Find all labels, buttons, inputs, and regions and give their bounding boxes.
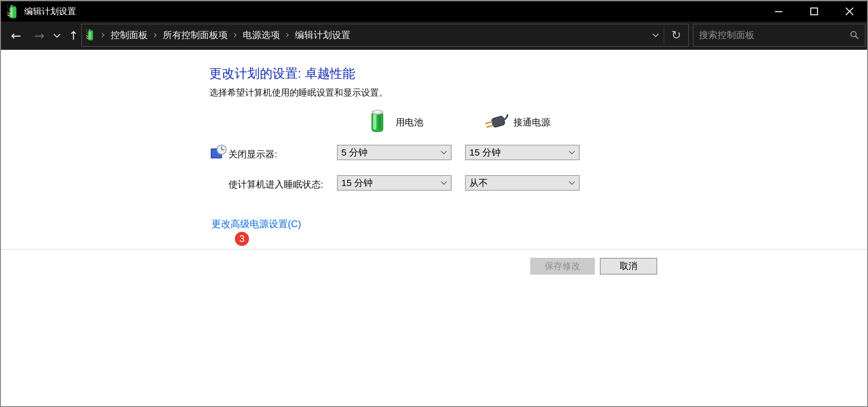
minimize-icon <box>774 6 784 16</box>
address-bar[interactable]: › 控制面板 › 所有控制面板项 › 电源选项 › 编辑计划设置 ↻ <box>81 24 689 47</box>
breadcrumb-separator: › <box>285 28 290 41</box>
navigation-bar: ← → ↑ › 控制面板 › 所有控制面板项 › 电源选项 › 编辑 <box>1 22 867 50</box>
cancel-button[interactable]: 取消 <box>600 258 657 274</box>
recent-pages-chevron-button[interactable] <box>50 22 64 50</box>
breadcrumb-power-options[interactable]: 电源选项 <box>243 29 280 41</box>
back-button[interactable]: ← <box>6 22 26 50</box>
refresh-button[interactable]: ↻ <box>664 24 688 46</box>
turn-off-display-label: 关闭显示器: <box>228 148 277 161</box>
close-button[interactable] <box>832 1 867 22</box>
address-dropdown-button[interactable] <box>648 24 663 46</box>
battery-icon <box>369 109 386 135</box>
display-clock-icon <box>211 144 227 161</box>
sleep-label: 使计算机进入睡眠状态: <box>228 178 323 191</box>
title-bar: 编辑计划设置 <box>1 1 867 22</box>
footer-divider <box>1 249 867 249</box>
chevron-down-icon <box>440 181 447 185</box>
edit-plan-settings-window: 编辑计划设置 ← → ↑ <box>0 0 868 407</box>
breadcrumb-separator: › <box>153 28 158 41</box>
page-content: 更改计划的设置: 卓越性能 选择希望计算机使用的睡眠设置和显示设置。 用电池 <box>1 50 867 406</box>
on-battery-column-label: 用电池 <box>396 116 423 129</box>
save-changes-button[interactable]: 保存修改 <box>530 258 595 274</box>
search-icon <box>849 30 859 40</box>
plug-icon <box>483 112 511 133</box>
breadcrumb-all-items[interactable]: 所有控制面板项 <box>163 29 227 41</box>
maximize-icon <box>809 6 819 16</box>
caption-buttons <box>761 1 867 22</box>
breadcrumb-control-panel[interactable]: 控制面板 <box>111 29 148 41</box>
location-battery-icon <box>86 28 95 43</box>
chevron-down-icon <box>53 33 61 38</box>
forward-button[interactable]: → <box>30 22 49 50</box>
up-button[interactable]: ↑ <box>65 22 82 50</box>
search-box[interactable]: 搜索控制面板 <box>693 24 866 47</box>
sleep-on-battery-select[interactable]: 15 分钟 <box>337 175 452 191</box>
breadcrumb-separator: › <box>101 28 105 41</box>
breadcrumb-separator: › <box>233 28 237 41</box>
chevron-down-icon <box>440 150 447 155</box>
display-off-plugged-in-select[interactable]: 15 分钟 <box>465 145 580 160</box>
search-placeholder: 搜索控制面板 <box>699 29 849 41</box>
maximize-button[interactable] <box>796 1 832 22</box>
power-plan-app-icon <box>6 3 20 20</box>
breadcrumb-edit-plan-settings[interactable]: 编辑计划设置 <box>295 29 350 41</box>
plugged-in-column-label: 接通电源 <box>514 116 550 129</box>
chevron-down-icon <box>568 150 575 155</box>
page-subtitle: 选择希望计算机使用的睡眠设置和显示设置。 <box>209 87 388 99</box>
window-title: 编辑计划设置 <box>24 5 76 17</box>
chevron-down-icon <box>652 33 659 37</box>
chevron-down-icon <box>568 181 575 185</box>
minimize-button[interactable] <box>761 1 796 22</box>
display-off-on-battery-select[interactable]: 5 分钟 <box>337 145 452 160</box>
annotation-badge-3: 3 <box>235 232 249 246</box>
close-icon <box>844 6 855 16</box>
sleep-plugged-in-select[interactable]: 从不 <box>465 175 580 191</box>
change-advanced-power-settings-link[interactable]: 更改高级电源设置(C) <box>212 218 301 231</box>
page-title: 更改计划的设置: 卓越性能 <box>209 65 355 82</box>
